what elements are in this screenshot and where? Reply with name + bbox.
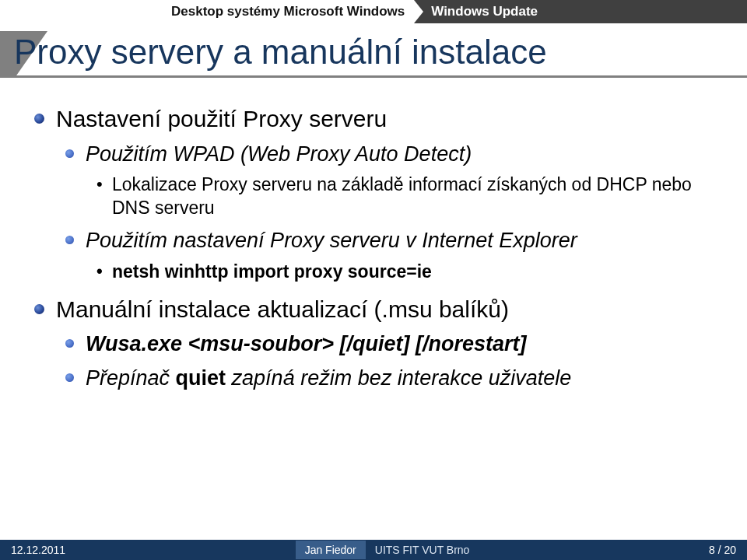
- footer-institution: UITS FIT VUT Brno: [366, 544, 479, 556]
- bullet-wpad: Použitím WPAD (Web Proxy Auto Detect): [31, 142, 716, 168]
- bullet-wusa-command: Wusa.exe <msu-soubor> [/quiet] [/noresta…: [31, 331, 716, 358]
- footer-center: Jan Fiedor UITS FIT VUT Brno: [76, 541, 698, 559]
- slide-title: Proxy servery a manuální instalace: [14, 33, 547, 72]
- title-band: Proxy servery a manuální instalace: [0, 23, 747, 78]
- slide: Desktop systémy Microsoft Windows Window…: [0, 0, 747, 560]
- breadcrumb-bar: Desktop systémy Microsoft Windows Window…: [0, 0, 747, 23]
- bullet-netsh-command: netsh winhttp import proxy source=ie: [31, 261, 716, 284]
- footer-page-number: 8 / 20: [698, 544, 747, 556]
- footer-date: 12.12.2011: [0, 544, 76, 556]
- breadcrumb-section: Windows Update: [414, 0, 747, 23]
- bullet-proxy-settings: Nastavení použití Proxy serveru: [31, 104, 716, 134]
- bullet-quiet-post: zapíná režim bez interakce uživatele: [226, 366, 571, 390]
- bullet-quiet-switch: Přepínač quiet zapíná režim bez interakc…: [31, 366, 716, 392]
- footer-bar: 12.12.2011 Jan Fiedor UITS FIT VUT Brno …: [0, 540, 747, 560]
- bullet-wpad-dhcp-dns: Lokalizace Proxy serveru na základě info…: [31, 173, 716, 220]
- breadcrumb-spacer: [0, 0, 171, 23]
- footer-author: Jan Fiedor: [296, 541, 366, 559]
- bullet-quiet-keyword: quiet: [176, 366, 226, 390]
- bullet-ie-proxy: Použitím nastavení Proxy serveru v Inter…: [31, 228, 716, 254]
- title-underline: [0, 75, 747, 78]
- slide-content: Nastavení použití Proxy serveru Použitím…: [31, 93, 716, 529]
- bullet-quiet-pre: Přepínač: [86, 366, 176, 390]
- bullet-manual-install: Manuální instalace aktualizací (.msu bal…: [31, 295, 716, 324]
- breadcrumb-course: Desktop systémy Microsoft Windows: [171, 0, 414, 23]
